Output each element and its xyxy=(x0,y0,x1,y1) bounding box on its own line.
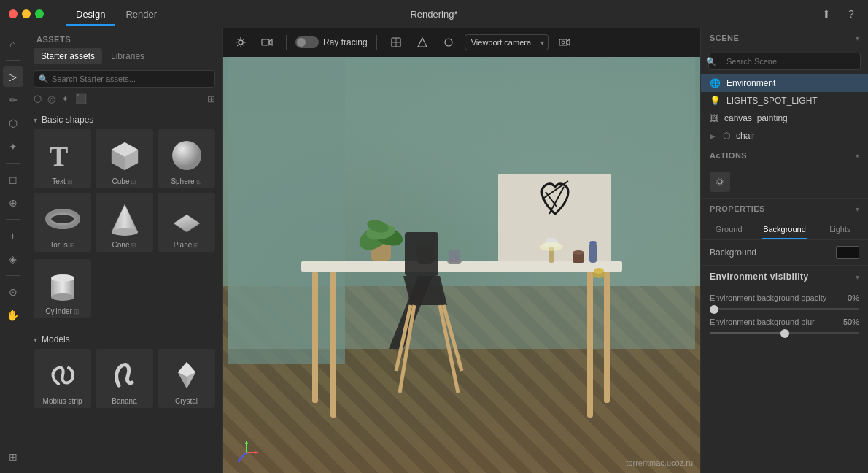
tab-starter-assets[interactable]: Starter assets xyxy=(34,48,102,64)
svg-point-11 xyxy=(51,274,74,282)
nav-design[interactable]: Design xyxy=(66,3,115,26)
shape-text-thumb: T xyxy=(42,135,83,176)
app-title: Rendering* xyxy=(410,9,457,20)
vp-transform-y[interactable] xyxy=(412,34,433,51)
shape-cylinder[interactable]: Cylinder ⊞ xyxy=(34,259,91,318)
svg-text:T: T xyxy=(50,141,68,172)
model-crystal[interactable]: Crystal xyxy=(158,349,215,408)
shape-torus[interactable]: Torus ⊞ xyxy=(34,193,91,252)
add-tool[interactable]: + xyxy=(3,226,23,246)
nav-links: Design Render xyxy=(66,3,167,26)
maximize-button[interactable] xyxy=(35,9,44,18)
tool-separator-2 xyxy=(6,163,20,164)
select-tool[interactable]: ▷ xyxy=(3,66,23,87)
anchor-tool[interactable]: ⊕ xyxy=(3,193,23,213)
paint-tool[interactable]: ⬡ xyxy=(3,113,23,134)
svg-point-64 xyxy=(718,180,722,184)
ray-tracing-label: Ray tracing xyxy=(323,37,368,47)
light-filter-icon[interactable]: ✦ xyxy=(61,93,69,104)
settings-tool[interactable]: ⊞ xyxy=(3,447,23,467)
svg-rect-28 xyxy=(330,272,336,418)
search-input[interactable] xyxy=(34,70,215,88)
toolbar-left: ⌂ ▷ ✏ ⬡ ✦ ◻ ⊕ + ◈ ⊙ ✋ ⊞ xyxy=(0,28,26,473)
ray-tracing-pill[interactable] xyxy=(295,36,319,48)
svg-point-46 xyxy=(540,242,563,251)
action-sun-btn[interactable] xyxy=(710,172,730,192)
shape-text[interactable]: T Text ⊞ xyxy=(34,129,91,188)
shape-cylinder-label: Cylinder ⊞ xyxy=(45,307,80,315)
model-banana[interactable]: Banana xyxy=(96,349,153,408)
shape-plane-label: Plane ⊞ xyxy=(174,241,200,249)
tab-libraries[interactable]: Libraries xyxy=(104,48,152,64)
nav-render[interactable]: Render xyxy=(115,3,167,26)
vp-camera-add-btn[interactable] xyxy=(257,34,277,51)
filter-icons: ⬡ ◎ ✦ ⬛ xyxy=(34,93,87,104)
object-tool[interactable]: ◻ xyxy=(3,169,23,190)
props-tab-ground[interactable]: Ground xyxy=(701,219,756,239)
shape-torus-label: Torus ⊞ xyxy=(50,241,74,249)
section-arrow-models: ▾ xyxy=(34,336,37,344)
home-tool[interactable]: ⌂ xyxy=(3,34,23,54)
shape-plane-thumb xyxy=(166,199,207,239)
zoom-tool[interactable]: ⊙ xyxy=(3,282,23,302)
env-visibility-header[interactable]: Environment visibility ▾ xyxy=(701,266,868,288)
help-icon[interactable]: ? xyxy=(843,6,859,22)
blur-thumb[interactable] xyxy=(780,329,789,338)
vp-camera-settings[interactable] xyxy=(554,34,575,51)
shape-sphere[interactable]: Sphere ⊞ xyxy=(158,129,215,188)
background-row: Background xyxy=(701,240,868,265)
scene-item-chair[interactable]: ▶ ⬡ chair xyxy=(701,127,868,145)
scene-section-header[interactable]: SCENE ▾ xyxy=(701,28,868,48)
props-tab-lights[interactable]: Lights xyxy=(813,219,868,239)
model-mobius[interactable]: Mobius strip xyxy=(34,349,91,408)
scene-item-canvas[interactable]: 🖼 canvas_painting xyxy=(701,109,868,127)
opacity-label-row: Environment background opacity 0% xyxy=(710,293,859,302)
svg-rect-21 xyxy=(559,39,567,45)
camera-select[interactable]: Viewport camera Perspective Top Front xyxy=(465,34,549,50)
env-section-content: Environment background opacity 0% Enviro… xyxy=(701,288,868,347)
shapes-filter-icon[interactable]: ⬡ xyxy=(34,93,42,104)
image-filter-icon[interactable]: ⬛ xyxy=(75,93,87,104)
models-grid: Mobius strip Banana xyxy=(34,349,215,408)
grid-view-icon[interactable]: ⊞ xyxy=(207,93,215,104)
properties-section-header[interactable]: PROPERTIES ▾ xyxy=(701,199,868,219)
transform-tool[interactable]: ✦ xyxy=(3,136,23,157)
svg-point-48 xyxy=(573,250,584,255)
basic-shapes-label: Basic shapes xyxy=(42,115,93,125)
vp-transform-x[interactable] xyxy=(386,34,406,51)
scene-item-lights[interactable]: 💡 LIGHTS_SPOT_LIGHT xyxy=(701,92,868,109)
effects-tool[interactable]: ◈ xyxy=(3,249,23,269)
actions-section-header[interactable]: AcTIONS ▾ xyxy=(701,145,868,166)
brush-tool[interactable]: ✏ xyxy=(3,90,23,110)
mesh-filter-icon[interactable]: ◎ xyxy=(47,93,55,104)
scene-item-environment[interactable]: 🌐 Environment xyxy=(701,74,868,92)
share-icon[interactable]: ⬆ xyxy=(818,6,834,22)
models-section-header[interactable]: ▾ Models xyxy=(34,330,215,349)
minimize-button[interactable] xyxy=(22,9,31,18)
close-button[interactable] xyxy=(9,9,18,18)
model-banana-thumb xyxy=(104,355,145,396)
svg-rect-27 xyxy=(604,272,610,403)
traffic-lights xyxy=(9,9,44,18)
properties-arrow: ▾ xyxy=(856,205,859,213)
actions-content xyxy=(701,166,868,198)
svg-point-50 xyxy=(589,241,597,244)
basic-shapes-section-header[interactable]: ▾ Basic shapes xyxy=(34,110,215,129)
shape-plane[interactable]: Plane ⊞ xyxy=(158,193,215,252)
props-tab-background[interactable]: Background xyxy=(756,219,812,239)
basic-shapes-grid: T Text ⊞ xyxy=(34,129,215,252)
shape-cube[interactable]: Cube ⊞ xyxy=(96,129,153,188)
background-color-swatch[interactable] xyxy=(836,246,859,259)
opacity-thumb[interactable] xyxy=(710,305,718,314)
pan-tool[interactable]: ✋ xyxy=(3,305,23,326)
properties-tabs: Ground Background Lights xyxy=(701,219,868,240)
scene-section: SCENE ▾ 🔍 🌐 Environment 💡 LIGHTS_SPOT_LI… xyxy=(701,28,868,145)
scene-search-input[interactable] xyxy=(708,53,861,70)
properties-section: PROPERTIES ▾ Ground Background Lights Ba… xyxy=(701,199,868,266)
vp-transform-z[interactable] xyxy=(438,34,459,51)
ray-tracing-toggle: Ray tracing xyxy=(295,36,368,48)
opacity-label: Environment background opacity xyxy=(710,293,826,302)
shape-cone[interactable]: Cone ⊞ xyxy=(96,193,153,252)
vp-settings-btn[interactable] xyxy=(230,34,251,51)
shape-text-adj: ⊞ xyxy=(67,178,73,185)
